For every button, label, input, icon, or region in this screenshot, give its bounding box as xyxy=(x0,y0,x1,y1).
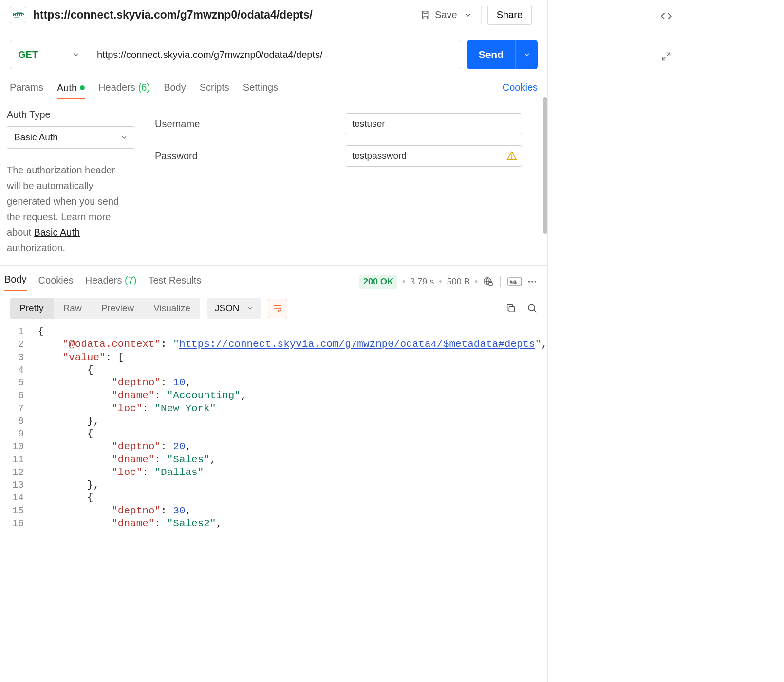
cookies-link[interactable]: Cookies xyxy=(503,82,538,93)
chevron-down-icon xyxy=(523,51,531,58)
more-icon[interactable] xyxy=(527,276,538,287)
tab-authorization[interactable]: Auth xyxy=(57,79,85,99)
auth-panel: Auth Type Basic Auth The authorization h… xyxy=(0,99,547,266)
response-size: 500 B xyxy=(447,277,470,287)
tab-header: HTTP https://connect.skyvia.com/g7mwznp0… xyxy=(0,0,547,30)
svg-rect-4 xyxy=(489,283,492,285)
wrap-icon xyxy=(272,303,283,314)
response-tab-headers[interactable]: Headers (7) xyxy=(85,273,137,291)
response-tab-testresults[interactable]: Test Results xyxy=(148,273,201,291)
response-tabs: Body Cookies Headers (7) Test Results 20… xyxy=(0,266,547,291)
url-input[interactable] xyxy=(88,40,461,69)
vertical-scrollbar[interactable] xyxy=(543,97,547,234)
svg-rect-11 xyxy=(509,306,514,312)
http-method-icon: HTTP xyxy=(10,7,26,23)
view-visualize[interactable]: Visualize xyxy=(144,298,200,319)
chevron-down-icon xyxy=(246,305,253,312)
auth-type-value: Basic Auth xyxy=(14,132,58,143)
network-globe-icon[interactable] xyxy=(483,276,493,287)
method-label: GET xyxy=(18,49,38,60)
response-tab-cookies[interactable]: Cookies xyxy=(38,273,74,291)
response-time: 3.79 s xyxy=(410,277,434,287)
code-line: 6 "dname": "Accounting", xyxy=(4,389,547,402)
code-line: 5 "deptno": 10, xyxy=(4,377,547,389)
language-select[interactable]: JSON xyxy=(207,298,261,319)
password-label: Password xyxy=(155,151,345,162)
auth-help-text: The authorization header will be automat… xyxy=(7,162,138,256)
code-line: 1{ xyxy=(4,325,547,338)
format-bar: Pretty Raw Preview Visualize JSON xyxy=(0,291,547,325)
auth-help-link[interactable]: Basic Auth xyxy=(34,227,80,238)
username-input[interactable] xyxy=(345,113,522,134)
save-label: Save xyxy=(435,9,457,20)
chevron-down-icon xyxy=(464,11,472,19)
chevron-down-icon xyxy=(120,133,128,141)
save-options-caret[interactable] xyxy=(463,6,482,24)
expand-icon[interactable] xyxy=(661,52,671,61)
method-select[interactable]: GET xyxy=(10,40,88,69)
view-raw[interactable]: Raw xyxy=(54,298,92,319)
svg-text:e.g.: e.g. xyxy=(510,279,517,284)
code-line: 4 { xyxy=(4,364,547,377)
tab-headers[interactable]: Headers (6) xyxy=(98,79,150,96)
search-response-button[interactable] xyxy=(527,303,538,314)
share-button[interactable]: Share xyxy=(487,5,532,25)
code-line: 3 "value": [ xyxy=(4,351,547,364)
save-response-icon[interactable]: e.g. xyxy=(507,277,522,286)
svg-point-8 xyxy=(531,281,533,283)
code-line: 15 "deptno": 30, xyxy=(4,505,547,517)
language-label: JSON xyxy=(215,303,240,314)
code-line: 7 "loc": "New York" xyxy=(4,402,547,415)
code-line: 14 { xyxy=(4,492,547,504)
svg-line-14 xyxy=(666,53,670,57)
code-line: 10 "deptno": 20, xyxy=(4,440,547,453)
view-pretty[interactable]: Pretty xyxy=(10,298,54,319)
svg-point-12 xyxy=(528,304,535,311)
svg-point-9 xyxy=(535,281,537,283)
chevron-down-icon xyxy=(72,51,80,58)
code-line: 12 "loc": "Dallas" xyxy=(4,466,547,479)
svg-line-15 xyxy=(662,57,666,60)
code-snippet-icon[interactable] xyxy=(660,10,672,22)
send-button[interactable]: Send xyxy=(467,40,515,69)
copy-icon xyxy=(505,303,516,314)
tab-scripts[interactable]: Scripts xyxy=(200,79,229,96)
tab-body[interactable]: Body xyxy=(164,79,186,96)
status-dot-icon xyxy=(80,85,85,90)
code-line: 11 "dname": "Sales", xyxy=(4,454,547,466)
svg-point-2 xyxy=(511,158,512,158)
copy-response-button[interactable] xyxy=(505,303,516,314)
tab-params[interactable]: Params xyxy=(10,79,43,96)
auth-type-label: Auth Type xyxy=(7,109,138,120)
auth-type-select[interactable]: Basic Auth xyxy=(7,126,135,149)
code-line: 9 { xyxy=(4,428,547,440)
code-line: 16 "dname": "Sales2", xyxy=(4,517,547,530)
svg-point-7 xyxy=(528,281,530,283)
send-options-caret[interactable] xyxy=(515,40,538,69)
response-tab-body[interactable]: Body xyxy=(4,272,27,291)
wrap-lines-button[interactable] xyxy=(268,299,287,318)
request-line: GET Send xyxy=(0,30,547,79)
view-preview[interactable]: Preview xyxy=(92,298,144,319)
status-code: 200 OK xyxy=(359,275,397,289)
code-line: 2 "@odata.context": "https://connect.sky… xyxy=(4,338,547,351)
tab-settings[interactable]: Settings xyxy=(243,79,278,96)
view-mode-segment: Pretty Raw Preview Visualize xyxy=(10,298,200,319)
svg-line-13 xyxy=(534,310,536,312)
request-tabs: Params Auth Headers (6) Body Scripts Set… xyxy=(0,79,547,99)
code-line: 13 }, xyxy=(4,479,547,492)
right-rail xyxy=(548,0,784,682)
save-button[interactable]: Save xyxy=(416,6,461,23)
password-input[interactable] xyxy=(345,145,522,167)
code-line: 8 }, xyxy=(4,415,547,428)
warning-icon xyxy=(506,151,517,161)
response-body-code[interactable]: 1{2 "@odata.context": "https://connect.s… xyxy=(0,325,547,530)
username-label: Username xyxy=(155,118,345,130)
search-icon xyxy=(527,303,538,314)
request-tab-title: https://connect.skyvia.com/g7mwznp0/odat… xyxy=(33,8,416,21)
save-icon xyxy=(420,10,431,20)
